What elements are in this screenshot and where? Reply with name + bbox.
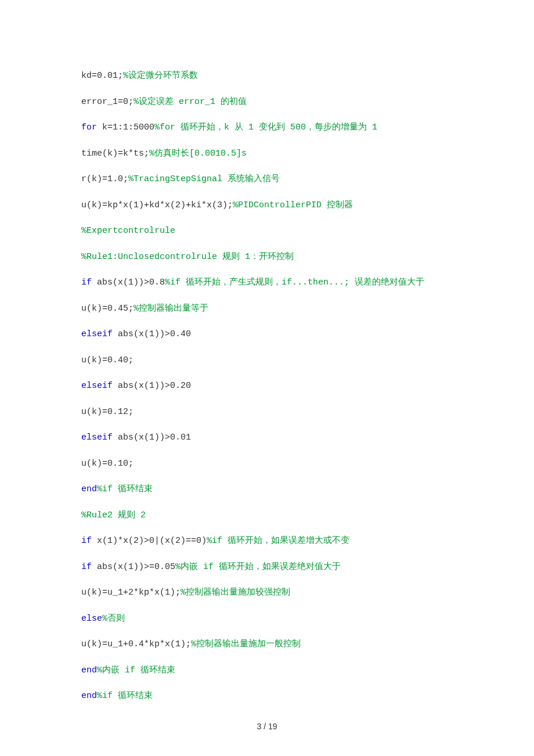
keyword-text: end [81,665,97,675]
code-line: kd=0.01;%设定微分环节系数 [81,70,453,83]
code-line: %Rule2 规则 2 [81,509,453,523]
code-text: u(k)=u_1+0.4*kp*x(1); [81,639,191,649]
code-line: error_1=0;%设定误差 error_1 的初值 [81,96,453,109]
keyword-text: elseif [81,329,118,339]
code-line: time(k)=k*ts;%仿真时长[0.0010.5]s [81,147,453,161]
code-line: if x(1)*x(2)>0|(x(2)==0)%if 循环开始，如果误差增大或… [81,535,453,548]
code-text: u(k)=0.10; [81,459,134,469]
keyword-text: elseif [81,381,118,391]
keyword-text: else [81,614,102,624]
keyword-text: if [81,562,97,572]
comment-text: %if 循环开始，产生式规则，if...then...; 误差的绝对值大于 [165,278,424,287]
code-text: abs(x(1))>0.8 [97,278,165,287]
comment-text: %for 循环开始，k 从 1 变化到 500，每步的增量为 1 [154,123,377,132]
code-line: elseif abs(x(1))>0.20 [81,380,453,393]
code-text: abs(x(1))>0.20 [118,381,191,391]
code-line: u(k)=0.12; [81,406,453,419]
code-line: for k=1:1:5000%for 循环开始，k 从 1 变化到 500，每步… [81,121,453,135]
keyword-text: end [81,691,97,701]
code-line: %Expertcontrolrule [81,225,453,238]
comment-text: %控制器输出量施加一般控制 [191,639,301,649]
code-line: else%否则 [81,613,453,626]
code-line: elseif abs(x(1))>0.01 [81,431,453,445]
keyword-text: for [81,123,102,132]
code-block: kd=0.01;%设定微分环节系数error_1=0;%设定误差 error_1… [81,70,453,703]
code-line: u(k)=kp*x(1)+kd*x(2)+ki*x(3);%PIDControl… [81,199,453,213]
keyword-text: end [81,484,97,494]
comment-text: %控制器输出量等于 [134,304,208,314]
code-line: end%if 循环结束 [81,483,453,496]
code-line: if abs(x(1))>=0.05%内嵌 if 循环开始，如果误差绝对值大于 [81,561,453,574]
code-text: time(k)=k*ts; [81,149,149,159]
comment-text: %内嵌 if 循环开始，如果误差绝对值大于 [175,562,341,572]
code-line: end%内嵌 if 循环结束 [81,664,453,678]
code-text: u(k)=kp*x(1)+kd*x(2)+ki*x(3); [81,200,233,210]
comment-text: %Expertcontrolrule [81,226,175,236]
comment-text: %否则 [102,614,125,624]
code-line: u(k)=0.40; [81,354,453,368]
code-line: end%if 循环结束 [81,690,453,703]
comment-text: %仿真时长[0.0010.5]s [149,149,247,159]
code-text: u(k)=u_1+2*kp*x(1); [81,588,181,597]
page-number: 3 / 19 [81,721,453,733]
code-line: u(k)=u_1+2*kp*x(1);%控制器输出量施加较强控制 [81,586,453,600]
code-text: x(1)*x(2)>0|(x(2)==0) [97,536,207,546]
code-text: u(k)=0.45; [81,304,134,314]
keyword-text: if [81,278,97,287]
code-line: %Rule1:Unclosedcontrolrule 规则 1：开环控制 [81,251,453,264]
code-text: u(k)=0.12; [81,407,134,417]
comment-text: %TracingStepSignal 系统输入信号 [128,174,280,184]
comment-text: %设定微分环节系数 [123,71,198,81]
code-text: r(k)=1.0; [81,174,128,184]
code-text: error_1=0; [81,97,134,107]
comment-text: %PIDControllerPID 控制器 [233,200,353,210]
comment-text: %Rule2 规则 2 [81,510,146,520]
comment-text: %Rule1:Unclosedcontrolrule 规则 1：开环控制 [81,252,294,262]
code-text: abs(x(1))>0.40 [118,329,191,339]
code-text: abs(x(1))>=0.05 [97,562,175,572]
code-line: u(k)=u_1+0.4*kp*x(1);%控制器输出量施加一般控制 [81,638,453,651]
comment-text: %控制器输出量施加较强控制 [181,588,290,597]
code-line: if abs(x(1))>0.8%if 循环开始，产生式规则，if...then… [81,276,453,290]
keyword-text: elseif [81,433,118,442]
keyword-text: if [81,536,97,546]
comment-text: %if 循环结束 [97,484,153,494]
comment-text: %设定误差 error_1 的初值 [134,97,247,107]
comment-text: %内嵌 if 循环结束 [97,665,175,675]
code-text: kd=0.01; [81,71,123,81]
code-text: k=1:1:5000 [102,123,154,132]
code-line: r(k)=1.0;%TracingStepSignal 系统输入信号 [81,173,453,186]
code-text: abs(x(1))>0.01 [118,433,191,442]
code-line: elseif abs(x(1))>0.40 [81,328,453,341]
code-line: u(k)=0.45;%控制器输出量等于 [81,303,453,316]
comment-text: %if 循环开始，如果误差增大或不变 [207,536,349,546]
code-text: u(k)=0.40; [81,355,134,365]
comment-text: %if 循环结束 [97,691,153,701]
code-line: u(k)=0.10; [81,458,453,471]
page-content: kd=0.01;%设定微分环节系数error_1=0;%设定误差 error_1… [0,0,534,756]
